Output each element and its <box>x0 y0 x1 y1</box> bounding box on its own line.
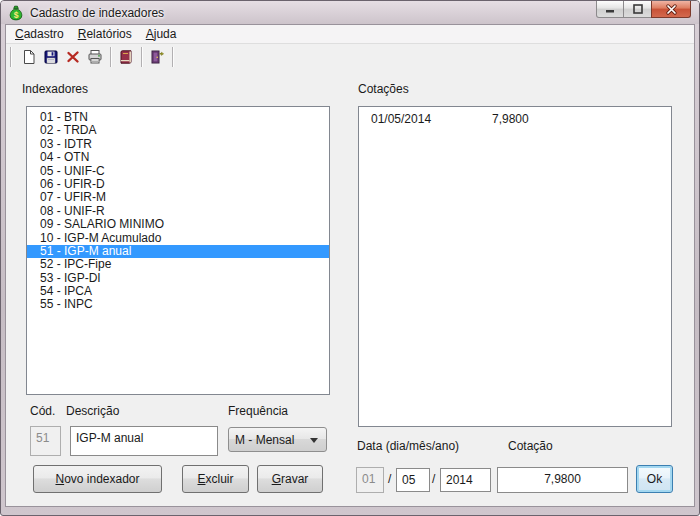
toolbar-separator <box>141 47 142 67</box>
indexador-list-item[interactable]: 04 - OTN <box>27 151 329 164</box>
app-window: $ Cadastro de indexadores Cadastro Relat… <box>0 0 700 516</box>
cotacao-row[interactable]: 01/05/20147,9800 <box>359 112 671 126</box>
indexadores-list[interactable]: 01 - BTN02 - TRDA03 - IDTR04 - OTN05 - U… <box>26 106 330 395</box>
frequencia-value: M - Mensal <box>235 433 294 447</box>
cotacoes-label: Cotações <box>358 82 409 96</box>
date-separator: / <box>388 472 391 486</box>
save-button[interactable] <box>40 46 62 68</box>
indexador-list-item[interactable]: 03 - IDTR <box>27 138 329 151</box>
delete-x-icon <box>65 49 81 65</box>
cotacao-label: Cotação <box>508 439 553 453</box>
menu-bar: Cadastro Relatórios Ajuda <box>6 25 694 44</box>
cotacao-date: 01/05/2014 <box>371 112 492 126</box>
exit-door-icon <box>149 49 165 65</box>
indexador-list-item[interactable]: 02 - TRDA <box>27 124 329 137</box>
cotacoes-list[interactable]: 01/05/20147,9800 <box>358 106 672 427</box>
exit-button[interactable] <box>146 46 168 68</box>
close-icon <box>666 4 677 15</box>
indexador-list-item[interactable]: 10 - IGP-M Acumulado <box>27 232 329 245</box>
menu-cadastro[interactable]: Cadastro <box>8 25 71 43</box>
book-icon <box>118 49 134 65</box>
help-book-button[interactable] <box>115 46 137 68</box>
data-label: Data (dia/mês/ano) <box>357 439 459 453</box>
cod-label: Cód. <box>30 404 55 418</box>
minimize-icon <box>605 4 615 14</box>
svg-text:$: $ <box>14 9 19 19</box>
window-title: Cadastro de indexadores <box>30 6 164 20</box>
indexador-list-item[interactable]: 54 - IPCA <box>27 285 329 298</box>
delete-button[interactable] <box>62 46 84 68</box>
dia-field: 01 <box>356 467 384 493</box>
money-bag-icon: $ <box>8 5 24 21</box>
cotacao-field[interactable]: 7,9800 <box>497 467 628 493</box>
menu-ajuda[interactable]: Ajuda <box>139 25 184 43</box>
toolbar-separator <box>110 47 111 67</box>
main-panel: Indexadores 01 - BTN02 - TRDA03 - IDTR04… <box>6 69 694 506</box>
novo-indexador-button[interactable]: Novo indexador <box>33 465 162 493</box>
cod-field: 51 <box>30 426 61 456</box>
indexador-list-item[interactable]: 51 - IGP-M anual <box>27 245 329 258</box>
cotacao-value: 7,9800 <box>492 112 529 126</box>
ok-button[interactable]: Ok <box>636 465 673 493</box>
close-button[interactable] <box>651 1 691 18</box>
client-area: Cadastro Relatórios Ajuda <box>5 24 695 507</box>
title-bar[interactable]: $ Cadastro de indexadores <box>1 1 699 24</box>
descricao-field[interactable]: IGP-M anual <box>70 426 218 456</box>
indexador-list-item[interactable]: 01 - BTN <box>27 111 329 124</box>
indexador-list-item[interactable]: 08 - UNIF-R <box>27 205 329 218</box>
maximize-icon <box>633 4 643 14</box>
chevron-down-icon <box>310 438 318 443</box>
excluir-button[interactable]: Excluir <box>182 465 249 493</box>
indexador-list-item[interactable]: 07 - UFIR-M <box>27 191 329 204</box>
gravar-button[interactable]: Gravar <box>257 465 323 493</box>
ano-field[interactable]: 2014 <box>440 468 491 492</box>
indexador-list-item[interactable]: 05 - UNIF-C <box>27 165 329 178</box>
indexador-list-item[interactable]: 52 - IPC-Fipe <box>27 258 329 271</box>
minimize-button[interactable] <box>596 1 624 18</box>
menu-relatorios[interactable]: Relatórios <box>71 25 139 43</box>
indexador-list-item[interactable]: 55 - INPC <box>27 298 329 311</box>
print-button[interactable] <box>84 46 106 68</box>
date-separator: / <box>432 472 435 486</box>
indexador-list-item[interactable]: 53 - IGP-DI <box>27 272 329 285</box>
descricao-label: Descrição <box>66 404 119 418</box>
frequencia-label: Frequência <box>228 404 288 418</box>
toolbar-separator <box>172 47 173 67</box>
indexadores-label: Indexadores <box>22 82 88 96</box>
maximize-button[interactable] <box>624 1 651 18</box>
save-icon <box>43 49 59 65</box>
new-button[interactable] <box>18 46 40 68</box>
toolbar <box>6 44 694 69</box>
indexador-list-item[interactable]: 09 - SALARIO MINIMO <box>27 218 329 231</box>
indexador-list-item[interactable]: 06 - UFIR-D <box>27 178 329 191</box>
new-document-icon <box>21 49 37 65</box>
toolbar-edge <box>10 47 11 67</box>
printer-icon <box>87 49 103 65</box>
mes-field[interactable]: 05 <box>396 468 430 492</box>
frequencia-select[interactable]: M - Mensal <box>228 427 327 452</box>
